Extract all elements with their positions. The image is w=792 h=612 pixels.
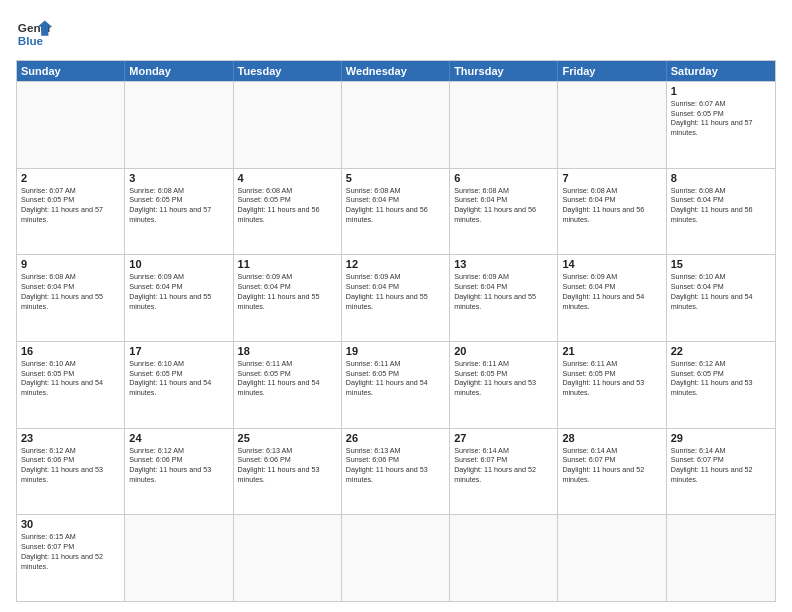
- calendar-cell: 5Sunrise: 6:08 AM Sunset: 6:04 PM Daylig…: [342, 169, 450, 255]
- calendar-cell: 4Sunrise: 6:08 AM Sunset: 6:05 PM Daylig…: [234, 169, 342, 255]
- header-day-saturday: Saturday: [667, 61, 775, 81]
- cell-info: Sunrise: 6:08 AM Sunset: 6:04 PM Dayligh…: [671, 186, 771, 225]
- calendar-cell: 2Sunrise: 6:07 AM Sunset: 6:05 PM Daylig…: [17, 169, 125, 255]
- calendar-cell: 17Sunrise: 6:10 AM Sunset: 6:05 PM Dayli…: [125, 342, 233, 428]
- calendar-cell: [125, 82, 233, 168]
- cell-day-number: 27: [454, 432, 553, 444]
- cell-info: Sunrise: 6:11 AM Sunset: 6:05 PM Dayligh…: [454, 359, 553, 398]
- cell-info: Sunrise: 6:08 AM Sunset: 6:04 PM Dayligh…: [562, 186, 661, 225]
- cell-info: Sunrise: 6:08 AM Sunset: 6:04 PM Dayligh…: [346, 186, 445, 225]
- cell-day-number: 4: [238, 172, 337, 184]
- cell-info: Sunrise: 6:08 AM Sunset: 6:05 PM Dayligh…: [238, 186, 337, 225]
- cell-info: Sunrise: 6:09 AM Sunset: 6:04 PM Dayligh…: [562, 272, 661, 311]
- calendar-cell: [558, 515, 666, 601]
- calendar-cell: 30Sunrise: 6:15 AM Sunset: 6:07 PM Dayli…: [17, 515, 125, 601]
- calendar-cell: 26Sunrise: 6:13 AM Sunset: 6:06 PM Dayli…: [342, 429, 450, 515]
- calendar-cell: 7Sunrise: 6:08 AM Sunset: 6:04 PM Daylig…: [558, 169, 666, 255]
- calendar-cell: [667, 515, 775, 601]
- calendar-cell: 22Sunrise: 6:12 AM Sunset: 6:05 PM Dayli…: [667, 342, 775, 428]
- calendar-cell: 23Sunrise: 6:12 AM Sunset: 6:06 PM Dayli…: [17, 429, 125, 515]
- cell-day-number: 1: [671, 85, 771, 97]
- cell-info: Sunrise: 6:07 AM Sunset: 6:05 PM Dayligh…: [21, 186, 120, 225]
- cell-day-number: 8: [671, 172, 771, 184]
- calendar-cell: 9Sunrise: 6:08 AM Sunset: 6:04 PM Daylig…: [17, 255, 125, 341]
- cell-day-number: 19: [346, 345, 445, 357]
- calendar-cell: 21Sunrise: 6:11 AM Sunset: 6:05 PM Dayli…: [558, 342, 666, 428]
- calendar-week-0: 1Sunrise: 6:07 AM Sunset: 6:05 PM Daylig…: [17, 81, 775, 168]
- header-day-sunday: Sunday: [17, 61, 125, 81]
- calendar-cell: 13Sunrise: 6:09 AM Sunset: 6:04 PM Dayli…: [450, 255, 558, 341]
- cell-day-number: 16: [21, 345, 120, 357]
- calendar-cell: [234, 515, 342, 601]
- header-day-thursday: Thursday: [450, 61, 558, 81]
- logo-icon: General Blue: [16, 16, 52, 52]
- cell-day-number: 23: [21, 432, 120, 444]
- calendar-cell: 11Sunrise: 6:09 AM Sunset: 6:04 PM Dayli…: [234, 255, 342, 341]
- calendar-cell: 16Sunrise: 6:10 AM Sunset: 6:05 PM Dayli…: [17, 342, 125, 428]
- cell-day-number: 21: [562, 345, 661, 357]
- svg-text:Blue: Blue: [18, 34, 44, 47]
- calendar-week-5: 30Sunrise: 6:15 AM Sunset: 6:07 PM Dayli…: [17, 514, 775, 601]
- calendar-cell: 18Sunrise: 6:11 AM Sunset: 6:05 PM Dayli…: [234, 342, 342, 428]
- cell-day-number: 10: [129, 258, 228, 270]
- cell-day-number: 5: [346, 172, 445, 184]
- calendar-cell: [450, 515, 558, 601]
- cell-info: Sunrise: 6:09 AM Sunset: 6:04 PM Dayligh…: [346, 272, 445, 311]
- header-day-monday: Monday: [125, 61, 233, 81]
- calendar-cell: 15Sunrise: 6:10 AM Sunset: 6:04 PM Dayli…: [667, 255, 775, 341]
- calendar-cell: 10Sunrise: 6:09 AM Sunset: 6:04 PM Dayli…: [125, 255, 233, 341]
- calendar-week-3: 16Sunrise: 6:10 AM Sunset: 6:05 PM Dayli…: [17, 341, 775, 428]
- cell-info: Sunrise: 6:09 AM Sunset: 6:04 PM Dayligh…: [129, 272, 228, 311]
- cell-info: Sunrise: 6:09 AM Sunset: 6:04 PM Dayligh…: [454, 272, 553, 311]
- calendar-cell: 28Sunrise: 6:14 AM Sunset: 6:07 PM Dayli…: [558, 429, 666, 515]
- cell-day-number: 30: [21, 518, 120, 530]
- cell-info: Sunrise: 6:09 AM Sunset: 6:04 PM Dayligh…: [238, 272, 337, 311]
- cell-info: Sunrise: 6:14 AM Sunset: 6:07 PM Dayligh…: [671, 446, 771, 485]
- calendar-body: 1Sunrise: 6:07 AM Sunset: 6:05 PM Daylig…: [17, 81, 775, 601]
- cell-day-number: 13: [454, 258, 553, 270]
- calendar-cell: 19Sunrise: 6:11 AM Sunset: 6:05 PM Dayli…: [342, 342, 450, 428]
- cell-info: Sunrise: 6:08 AM Sunset: 6:05 PM Dayligh…: [129, 186, 228, 225]
- calendar-cell: 8Sunrise: 6:08 AM Sunset: 6:04 PM Daylig…: [667, 169, 775, 255]
- cell-info: Sunrise: 6:12 AM Sunset: 6:05 PM Dayligh…: [671, 359, 771, 398]
- calendar-cell: [17, 82, 125, 168]
- calendar-cell: 14Sunrise: 6:09 AM Sunset: 6:04 PM Dayli…: [558, 255, 666, 341]
- calendar-cell: 6Sunrise: 6:08 AM Sunset: 6:04 PM Daylig…: [450, 169, 558, 255]
- cell-day-number: 26: [346, 432, 445, 444]
- calendar-cell: [558, 82, 666, 168]
- cell-day-number: 22: [671, 345, 771, 357]
- header: General Blue: [16, 16, 776, 52]
- calendar-cell: [450, 82, 558, 168]
- cell-info: Sunrise: 6:08 AM Sunset: 6:04 PM Dayligh…: [454, 186, 553, 225]
- cell-day-number: 7: [562, 172, 661, 184]
- cell-day-number: 6: [454, 172, 553, 184]
- cell-day-number: 12: [346, 258, 445, 270]
- header-day-friday: Friday: [558, 61, 666, 81]
- header-day-wednesday: Wednesday: [342, 61, 450, 81]
- cell-info: Sunrise: 6:10 AM Sunset: 6:05 PM Dayligh…: [129, 359, 228, 398]
- calendar-week-2: 9Sunrise: 6:08 AM Sunset: 6:04 PM Daylig…: [17, 254, 775, 341]
- cell-info: Sunrise: 6:13 AM Sunset: 6:06 PM Dayligh…: [346, 446, 445, 485]
- calendar-cell: 25Sunrise: 6:13 AM Sunset: 6:06 PM Dayli…: [234, 429, 342, 515]
- cell-day-number: 3: [129, 172, 228, 184]
- cell-day-number: 2: [21, 172, 120, 184]
- cell-day-number: 9: [21, 258, 120, 270]
- calendar-cell: [125, 515, 233, 601]
- cell-info: Sunrise: 6:14 AM Sunset: 6:07 PM Dayligh…: [562, 446, 661, 485]
- header-day-tuesday: Tuesday: [234, 61, 342, 81]
- cell-info: Sunrise: 6:13 AM Sunset: 6:06 PM Dayligh…: [238, 446, 337, 485]
- cell-info: Sunrise: 6:11 AM Sunset: 6:05 PM Dayligh…: [562, 359, 661, 398]
- cell-day-number: 15: [671, 258, 771, 270]
- cell-info: Sunrise: 6:10 AM Sunset: 6:05 PM Dayligh…: [21, 359, 120, 398]
- calendar-cell: 3Sunrise: 6:08 AM Sunset: 6:05 PM Daylig…: [125, 169, 233, 255]
- calendar-week-4: 23Sunrise: 6:12 AM Sunset: 6:06 PM Dayli…: [17, 428, 775, 515]
- cell-info: Sunrise: 6:12 AM Sunset: 6:06 PM Dayligh…: [21, 446, 120, 485]
- cell-day-number: 20: [454, 345, 553, 357]
- cell-info: Sunrise: 6:11 AM Sunset: 6:05 PM Dayligh…: [238, 359, 337, 398]
- cell-day-number: 28: [562, 432, 661, 444]
- cell-info: Sunrise: 6:11 AM Sunset: 6:05 PM Dayligh…: [346, 359, 445, 398]
- calendar-cell: 20Sunrise: 6:11 AM Sunset: 6:05 PM Dayli…: [450, 342, 558, 428]
- cell-day-number: 25: [238, 432, 337, 444]
- cell-day-number: 14: [562, 258, 661, 270]
- cell-info: Sunrise: 6:12 AM Sunset: 6:06 PM Dayligh…: [129, 446, 228, 485]
